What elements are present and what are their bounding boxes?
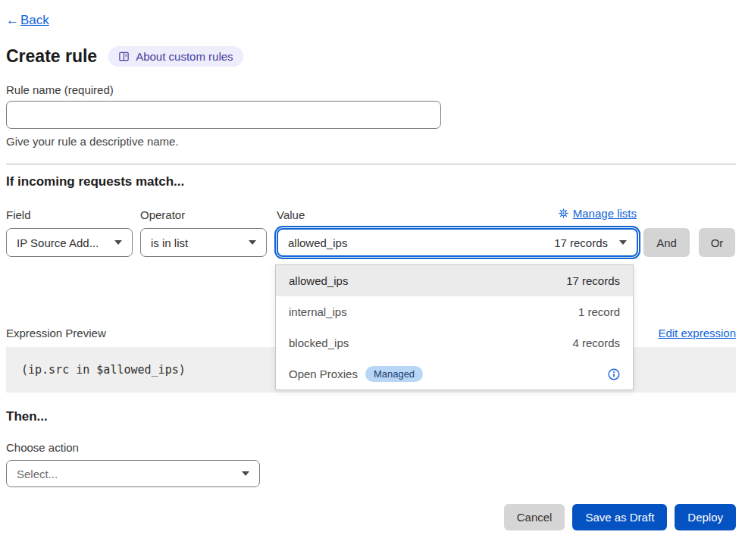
- dropdown-item-internal-ips[interactable]: internal_ips 1 record: [276, 296, 633, 327]
- section-divider: [6, 164, 736, 164]
- expression-code: (ip.src in $allowed_ips): [21, 363, 186, 377]
- about-custom-rules-label: About custom rules: [136, 50, 233, 63]
- cancel-button[interactable]: Cancel: [504, 504, 565, 530]
- value-select[interactable]: allowed_ips 17 records: [277, 228, 638, 257]
- then-section-heading: Then...: [6, 409, 736, 424]
- value-select-meta: 17 records: [554, 236, 608, 249]
- save-as-draft-button[interactable]: Save as Draft: [572, 504, 667, 530]
- chevron-down-icon: [619, 240, 627, 245]
- choose-action-label: Choose action: [6, 441, 736, 454]
- match-section-heading: If incoming requests match...: [6, 174, 736, 189]
- back-link[interactable]: Back: [20, 13, 49, 28]
- deploy-button[interactable]: Deploy: [675, 504, 736, 530]
- chevron-down-icon: [114, 240, 122, 245]
- title-row: Create rule About custom rules: [6, 46, 736, 67]
- list-name: blocked_ips: [289, 336, 349, 349]
- field-label: Field: [6, 208, 31, 221]
- and-button[interactable]: And: [643, 228, 690, 257]
- gear-icon: [559, 208, 568, 218]
- list-name: internal_ips: [289, 305, 347, 318]
- or-button[interactable]: Or: [699, 228, 735, 257]
- book-icon: [118, 51, 130, 62]
- chevron-down-icon: [249, 240, 256, 245]
- back-row: ← Back: [6, 13, 736, 28]
- manage-lists-row: Manage lists: [277, 207, 637, 220]
- info-icon[interactable]: [608, 368, 620, 380]
- create-rule-page: ← Back Create rule About custom rules Ru…: [0, 0, 742, 560]
- operator-select[interactable]: is in list: [140, 228, 267, 257]
- rule-name-input[interactable]: [6, 101, 441, 129]
- footer-actions: Cancel Save as Draft Deploy: [6, 504, 736, 530]
- manage-lists-link[interactable]: Manage lists: [573, 207, 637, 220]
- match-controls: Field Operator Value Manage lists: [6, 208, 736, 257]
- list-record-count: 4 records: [572, 336, 620, 349]
- rule-name-label: Rule name (required): [6, 83, 736, 96]
- dropdown-item-open-proxies[interactable]: Open Proxies Managed: [276, 358, 633, 389]
- dropdown-item-blocked-ips[interactable]: blocked_ips 4 records: [276, 327, 633, 358]
- edit-expression-link[interactable]: Edit expression: [658, 327, 736, 339]
- action-select-placeholder: Select...: [17, 468, 58, 480]
- chevron-down-icon: [242, 471, 249, 476]
- field-select-value: IP Source Add...: [17, 236, 99, 249]
- action-select[interactable]: Select...: [6, 460, 260, 487]
- operator-label: Operator: [140, 208, 185, 221]
- about-custom-rules-link[interactable]: About custom rules: [108, 46, 243, 67]
- rule-name-helper: Give your rule a descriptive name.: [6, 135, 736, 148]
- dropdown-item-allowed-ips[interactable]: allowed_ips 17 records: [276, 265, 633, 296]
- list-name: allowed_ips: [289, 274, 348, 287]
- list-record-count: 1 record: [578, 305, 620, 318]
- expression-preview-label: Expression Preview: [6, 327, 106, 339]
- field-select[interactable]: IP Source Add...: [6, 228, 133, 257]
- back-arrow-icon: ←: [6, 13, 19, 28]
- list-name: Open Proxies: [289, 368, 358, 380]
- list-record-count: 17 records: [566, 274, 620, 287]
- value-select-value: allowed_ips: [288, 236, 347, 249]
- page-title: Create rule: [6, 46, 97, 67]
- operator-select-value: is in list: [151, 236, 188, 249]
- value-dropdown-panel: allowed_ips 17 records internal_ips 1 re…: [275, 264, 634, 390]
- managed-badge: Managed: [365, 366, 423, 382]
